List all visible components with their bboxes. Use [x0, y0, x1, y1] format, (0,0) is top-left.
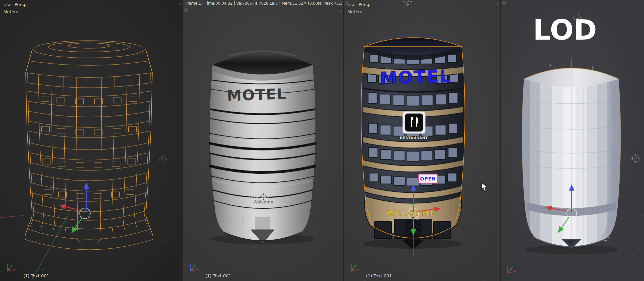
- active-object-label: (1) Text.001: [366, 273, 392, 278]
- empty-object-indicator[interactable]: [573, 13, 581, 22]
- mini-axis-widget: [4, 260, 19, 274]
- mouse-cursor: [481, 182, 489, 193]
- view-unit-label: Meters: [347, 9, 362, 14]
- view-persp-label: User Persp: [347, 2, 371, 7]
- gizmo-ring[interactable]: [80, 208, 90, 219]
- area-corner-handle[interactable]: [495, 1, 499, 5]
- mini-axis-widget: [504, 262, 519, 276]
- viewport-wireframe[interactable]: User Persp Meters (1) Text.001: [0, 0, 182, 281]
- object-origin-dot: [412, 204, 414, 206]
- mini-axis-widget: [348, 260, 363, 274]
- area-corner-handle[interactable]: [177, 1, 181, 5]
- viewport-lod[interactable]: LOD: [500, 0, 644, 281]
- restaurant-sign-label: RESTAURANT: [400, 136, 428, 140]
- empty-object-indicator[interactable]: [601, 233, 610, 242]
- empty-object-indicator[interactable]: [403, 0, 412, 6]
- view-unit-label: Meters: [3, 9, 18, 14]
- clay-welcome-text: Welcome: [253, 199, 273, 204]
- area-corner-handle[interactable]: [345, 1, 349, 5]
- open-sign: OPEN: [418, 174, 438, 183]
- active-object-label: (1) Text.001: [205, 273, 231, 278]
- viewport-clay[interactable]: Frame:1 | Time:00:04.32 | Ve:7366 Fa:702…: [182, 0, 343, 281]
- view-persp-label: User Persp: [3, 2, 27, 7]
- door-shadow: [255, 217, 270, 230]
- area-corner-handle[interactable]: [502, 1, 506, 5]
- building-clay[interactable]: MOTEL Welcome Welcome: [198, 33, 328, 246]
- render-stats-bar: Frame:1 | Time:00:04.32 | Ve:7366 Fa:702…: [183, 0, 343, 7]
- area-corner-handle[interactable]: [338, 8, 342, 12]
- gizmo-y-arrow[interactable]: [74, 218, 82, 229]
- wireframe-mesh: [24, 49, 154, 250]
- welcome-sign-text: WELCOME: [387, 209, 436, 217]
- empty-object-indicator[interactable]: [631, 154, 640, 163]
- building-textured[interactable]: MOTEL RESTAURANT OPEN: [350, 27, 476, 256]
- motel-sign-text: MOTEL: [380, 66, 452, 88]
- open-sign-text: OPEN: [420, 176, 436, 181]
- wireframe-cap: [34, 41, 144, 58]
- active-object-label: (1) Text.001: [23, 273, 49, 278]
- lod-title: LOD: [533, 16, 597, 44]
- mini-axis-widget: [187, 260, 202, 274]
- building-lod[interactable]: [511, 51, 632, 254]
- viewport-textured[interactable]: MOTEL RESTAURANT OPEN: [343, 0, 500, 281]
- blender-window: User Persp Meters (1) Text.001 Frame:1 |…: [0, 0, 644, 281]
- empty-object-indicator[interactable]: [159, 155, 167, 164]
- building-wireframe[interactable]: [7, 29, 167, 266]
- clay-motel-text: MOTEL: [227, 85, 287, 104]
- gizmo-x-arrow[interactable]: [64, 206, 80, 210]
- render-stats-text: Frame:1 | Time:00:04.32 | Ve:7366 Fa:702…: [185, 1, 343, 6]
- area-corner-handle[interactable]: [184, 8, 188, 12]
